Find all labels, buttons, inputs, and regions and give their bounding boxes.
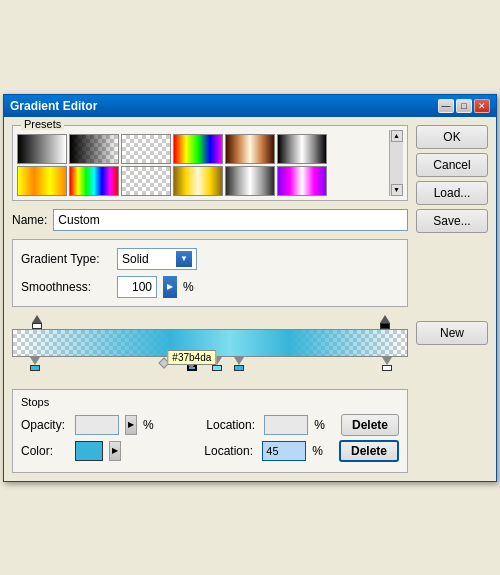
location-opacity-input[interactable] bbox=[264, 415, 308, 435]
stops-section: Stops Opacity: ▶ % Location: % Delete C bbox=[12, 389, 408, 473]
opacity-unit: % bbox=[143, 418, 154, 432]
gradient-bar-area: #37b4da bbox=[12, 313, 408, 385]
close-button[interactable]: ✕ bbox=[474, 99, 490, 113]
stop-triangle-down-icon bbox=[382, 357, 392, 365]
window-controls: — □ ✕ bbox=[438, 99, 490, 113]
window-body: Presets bbox=[4, 117, 496, 481]
location-color-unit: % bbox=[312, 444, 323, 458]
preset-item[interactable] bbox=[277, 134, 327, 164]
load-button[interactable]: Load... bbox=[416, 181, 488, 205]
stop-color-swatch bbox=[212, 365, 222, 371]
smoothness-row: Smoothness: ▶ % bbox=[21, 276, 399, 298]
preset-item[interactable] bbox=[69, 166, 119, 196]
preset-item[interactable] bbox=[69, 134, 119, 164]
new-button[interactable]: New bbox=[416, 321, 488, 345]
name-label: Name: bbox=[12, 213, 47, 227]
preset-item[interactable] bbox=[277, 166, 327, 196]
color-label: Color: bbox=[21, 444, 69, 458]
opacity-stop-left[interactable] bbox=[32, 315, 42, 329]
gradient-type-value: Solid bbox=[122, 252, 149, 266]
delete-color-button[interactable]: Delete bbox=[339, 440, 399, 462]
ok-button[interactable]: OK bbox=[416, 125, 488, 149]
save-button[interactable]: Save... bbox=[416, 209, 488, 233]
stop-color-swatch bbox=[234, 365, 244, 371]
stop-color-swatch bbox=[382, 365, 392, 371]
stop-triangle-down-icon bbox=[30, 357, 40, 365]
main-content: Presets bbox=[12, 125, 408, 473]
presets-wrapper: ▲ ▼ bbox=[17, 130, 403, 196]
stops-title: Stops bbox=[21, 396, 399, 408]
presets-scrollbar[interactable]: ▲ ▼ bbox=[389, 130, 403, 196]
gradient-type-label: Gradient Type: bbox=[21, 252, 111, 266]
smoothness-spin-btn[interactable]: ▶ bbox=[163, 276, 177, 298]
dropdown-arrow-icon[interactable]: ▼ bbox=[176, 251, 192, 267]
preset-item[interactable] bbox=[17, 166, 67, 196]
maximize-button[interactable]: □ bbox=[456, 99, 472, 113]
preset-item[interactable] bbox=[121, 134, 171, 164]
smoothness-label: Smoothness: bbox=[21, 280, 111, 294]
preset-item[interactable] bbox=[173, 134, 223, 164]
preset-item[interactable] bbox=[173, 166, 223, 196]
opacity-input[interactable] bbox=[75, 415, 119, 435]
location-opacity-unit: % bbox=[314, 418, 325, 432]
scroll-up-arrow[interactable]: ▲ bbox=[391, 130, 403, 142]
color-swatch[interactable] bbox=[75, 441, 103, 461]
color-stop-left[interactable] bbox=[30, 357, 40, 371]
color-stop-center3[interactable] bbox=[234, 357, 244, 371]
location-color-input[interactable] bbox=[262, 441, 306, 461]
scroll-down-arrow[interactable]: ▼ bbox=[391, 184, 403, 196]
presets-label: Presets bbox=[21, 118, 64, 130]
smoothness-unit: % bbox=[183, 280, 194, 294]
gradient-editor-window: Gradient Editor — □ ✕ Presets bbox=[3, 94, 497, 482]
name-input[interactable] bbox=[53, 209, 408, 231]
color-row: Color: ▶ Location: % Delete bbox=[21, 440, 399, 462]
opacity-label: Opacity: bbox=[21, 418, 69, 432]
color-stop-right[interactable] bbox=[382, 357, 392, 371]
color-arrow-btn[interactable]: ▶ bbox=[109, 441, 121, 461]
opacity-stops-row bbox=[12, 313, 408, 329]
stop-triangle-down-icon bbox=[234, 357, 244, 365]
opacity-stop-right[interactable] bbox=[380, 315, 390, 329]
name-row: Name: bbox=[12, 209, 408, 231]
opacity-stop-triangle bbox=[32, 315, 42, 323]
settings-group: Gradient Type: Solid ▼ Smoothness: ▶ % bbox=[12, 239, 408, 307]
presets-group: Presets bbox=[12, 125, 408, 201]
stop-color-swatch bbox=[30, 365, 40, 371]
preset-item[interactable] bbox=[17, 134, 67, 164]
color-stop-tooltip: #37b4da bbox=[167, 350, 216, 365]
minimize-button[interactable]: — bbox=[438, 99, 454, 113]
right-buttons: OK Cancel Load... Save... New bbox=[416, 125, 488, 473]
delete-opacity-button[interactable]: Delete bbox=[341, 414, 399, 436]
location-label-opacity: Location: bbox=[206, 418, 258, 432]
smoothness-input[interactable] bbox=[117, 276, 157, 298]
preset-item[interactable] bbox=[121, 166, 171, 196]
preset-item[interactable] bbox=[225, 134, 275, 164]
opacity-spin-btn[interactable]: ▶ bbox=[125, 415, 137, 435]
opacity-stop-triangle bbox=[380, 315, 390, 323]
title-bar: Gradient Editor — □ ✕ bbox=[4, 95, 496, 117]
presets-grid bbox=[17, 130, 387, 196]
window-title: Gradient Editor bbox=[10, 99, 97, 113]
preset-item[interactable] bbox=[225, 166, 275, 196]
color-stops-row: #37b4da bbox=[12, 357, 408, 385]
gradient-type-row: Gradient Type: Solid ▼ bbox=[21, 248, 399, 270]
location-label-color: Location: bbox=[204, 444, 256, 458]
gradient-type-dropdown[interactable]: Solid ▼ bbox=[117, 248, 197, 270]
cancel-button[interactable]: Cancel bbox=[416, 153, 488, 177]
opacity-row: Opacity: ▶ % Location: % Delete bbox=[21, 414, 399, 436]
